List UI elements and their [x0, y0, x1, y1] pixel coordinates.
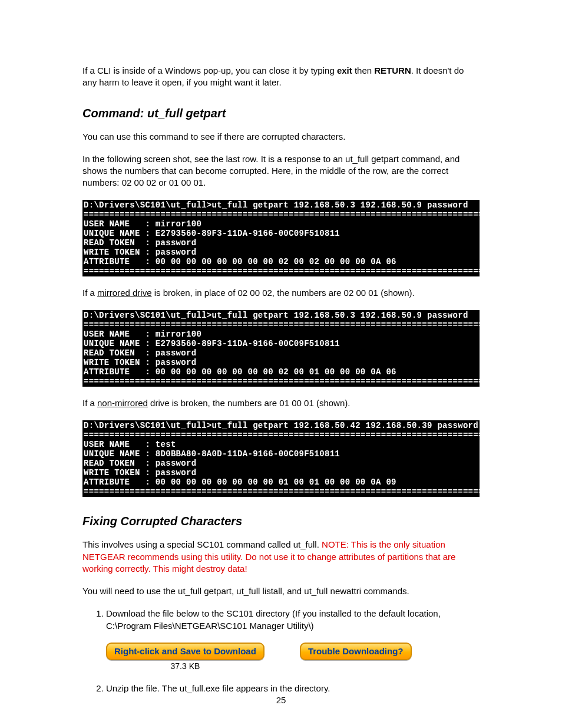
text: This involves using a special SC101 comm…	[82, 539, 322, 549]
underline-text: non-mirrored	[97, 398, 148, 408]
page: If a CLI is inside of a Windows pop-up, …	[0, 0, 562, 728]
terminal-output-2: D:\Drivers\SC101\ut_full>ut_full getpart…	[82, 310, 480, 387]
download-column: Right-click and Save to Download 37.3 KB	[106, 643, 265, 671]
body-text: If a non-mirrored drive is broken, the n…	[82, 397, 480, 409]
list-item: Download the file below to the SC101 dir…	[106, 608, 480, 632]
heading-fixing: Fixing Corrupted Characters	[82, 515, 480, 528]
terminal-output-3: D:\Drivers\SC101\ut_full>ut_full getpart…	[82, 420, 480, 498]
steps-list: Download the file below to the SC101 dir…	[94, 608, 480, 632]
page-number: 25	[0, 695, 562, 705]
text: If a CLI is inside of a Windows pop-up, …	[82, 65, 337, 75]
underline-text: mirrored drive	[97, 288, 152, 298]
text: drive is broken, the numbers are 01 00 0…	[148, 398, 351, 408]
text: then	[352, 65, 375, 75]
body-text: You will need to use the ut_full getpart…	[82, 585, 480, 597]
kw-exit: exit	[337, 65, 352, 75]
intro-paragraph: If a CLI is inside of a Windows pop-up, …	[82, 65, 480, 89]
heading-command: Command: ut_full getpart	[82, 107, 480, 120]
download-button[interactable]: Right-click and Save to Download	[106, 643, 265, 660]
body-text: In the following screen shot, see the la…	[82, 153, 480, 189]
body-text: This involves using a special SC101 comm…	[82, 539, 480, 575]
terminal-output-1: D:\Drivers\SC101\ut_full>ut_full getpart…	[82, 200, 480, 277]
trouble-column: Trouble Downloading?	[300, 643, 412, 660]
button-row: Right-click and Save to Download 37.3 KB…	[82, 643, 480, 671]
steps-list-cont: Unzip the file. The ut_full.exe file app…	[94, 683, 480, 694]
kw-return: RETURN	[374, 65, 411, 75]
text: If a	[82, 288, 97, 298]
text: is broken, in place of 02 00 02, the num…	[152, 288, 415, 298]
trouble-button[interactable]: Trouble Downloading?	[300, 643, 412, 660]
body-text: You can use this command to see if there…	[82, 131, 480, 143]
file-size: 37.3 KB	[171, 661, 200, 671]
text: If a	[82, 398, 97, 408]
list-item: Unzip the file. The ut_full.exe file app…	[106, 683, 480, 694]
body-text: If a mirrored drive is broken, in place …	[82, 287, 480, 299]
